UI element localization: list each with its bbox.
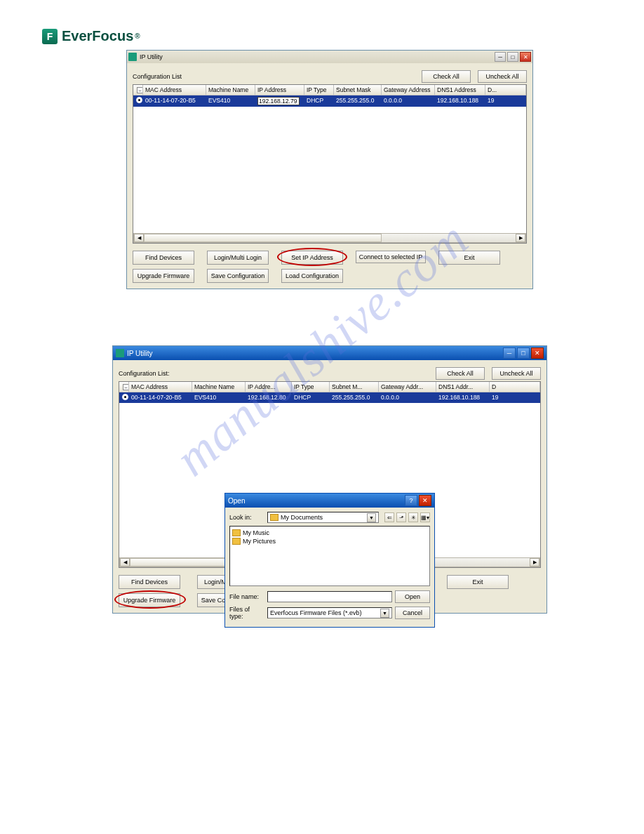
col-subnet[interactable]: Subnet M... <box>330 382 379 392</box>
look-in-select[interactable]: My Documents ▼ <box>267 512 379 523</box>
col-d[interactable]: D <box>490 382 540 392</box>
scroll-left-icon[interactable]: ◀ <box>120 558 130 567</box>
cell-gateway: 0.0.0.0 <box>379 392 436 403</box>
save-config-button[interactable]: Save Configuration <box>207 269 269 283</box>
files-type-select[interactable]: Everfocus Firmware Files (*.evb) ▼ <box>267 607 392 618</box>
device-table: – MAC Address Machine Name IP Address IP… <box>133 84 527 244</box>
ip-address-input[interactable] <box>257 97 300 105</box>
cell-dns1: 192.168.10.188 <box>436 392 490 403</box>
look-in-value: My Documents <box>281 514 323 521</box>
row-select-radio[interactable] <box>136 97 142 103</box>
look-in-label: Look in: <box>229 514 264 521</box>
app-icon <box>116 349 124 357</box>
close-button[interactable]: ✕ <box>419 495 431 506</box>
set-ip-button[interactable]: Set IP Address <box>281 251 343 265</box>
list-item[interactable]: My Music <box>232 529 427 537</box>
folder-icon <box>232 529 241 536</box>
minimize-button[interactable]: ─ <box>503 348 516 359</box>
brand-text: EverFocus <box>62 28 133 44</box>
new-folder-icon[interactable]: ✳ <box>408 512 418 522</box>
cancel-button[interactable]: Cancel <box>395 607 430 619</box>
open-button[interactable]: Open <box>395 590 430 603</box>
col-dns1[interactable]: DNS1 Addr... <box>436 382 490 392</box>
col-mac[interactable]: MAC Address <box>143 85 206 95</box>
cell-gateway: 0.0.0.0 <box>382 95 435 107</box>
table-empty-area <box>133 107 526 233</box>
folder-icon <box>270 514 279 521</box>
open-file-dialog: Open ? ✕ Look in: My Documents ▼ ⇐ ⬏ ✳ ▦… <box>224 493 435 628</box>
table-header: – MAC Address Machine Name IP Addre... I… <box>119 382 540 392</box>
file-name-label: File name: <box>229 593 264 600</box>
col-ip[interactable]: IP Address <box>255 85 304 95</box>
col-iptype[interactable]: IP Type <box>292 382 330 392</box>
titlebar: IP Utility ─ □ ✕ <box>113 346 546 360</box>
scroll-right-icon[interactable]: ▶ <box>530 558 539 567</box>
files-type-label: Files of type: <box>229 606 264 620</box>
file-list[interactable]: My Music My Pictures <box>229 526 430 586</box>
back-icon[interactable]: ⇐ <box>384 512 394 522</box>
check-all-button[interactable]: Check All <box>436 367 485 380</box>
cell-d: 19 <box>485 95 526 107</box>
exit-button[interactable]: Exit <box>447 575 509 589</box>
scroll-thumb[interactable] <box>144 234 382 242</box>
find-devices-button[interactable]: Find Devices <box>133 251 194 265</box>
scroll-left-icon[interactable]: ◀ <box>134 234 144 242</box>
col-machine[interactable]: Machine Name <box>192 382 246 392</box>
config-list-label: Configuration List <box>133 73 182 80</box>
cell-machine: EVS410 <box>206 95 255 107</box>
table-header: – MAC Address Machine Name IP Address IP… <box>133 85 526 95</box>
window-title: IP Utility <box>127 350 153 357</box>
dropdown-icon[interactable]: ▼ <box>380 609 389 618</box>
maximize-button[interactable]: □ <box>517 348 530 359</box>
app-icon <box>128 53 137 61</box>
scroll-right-icon[interactable]: ▶ <box>516 234 525 242</box>
exit-button[interactable]: Exit <box>438 251 500 265</box>
list-item[interactable]: My Pictures <box>232 537 427 545</box>
horizontal-scrollbar[interactable]: ◀ ▶ <box>133 233 526 243</box>
col-dns1[interactable]: DNS1 Address <box>435 85 485 95</box>
uncheck-all-button[interactable]: Uncheck All <box>492 367 541 380</box>
cell-iptype: DHCP <box>292 392 330 403</box>
upgrade-firmware-button[interactable]: Upgrade Firmware <box>119 593 180 607</box>
cell-mac: 00-11-14-07-20-B5 <box>129 392 192 403</box>
expand-icon[interactable]: – <box>123 384 129 390</box>
find-devices-button[interactable]: Find Devices <box>119 575 180 589</box>
upgrade-firmware-button[interactable]: Upgrade Firmware <box>133 269 194 283</box>
registered-mark: ® <box>135 32 140 40</box>
dialog-title: Open <box>228 497 245 505</box>
col-ip[interactable]: IP Addre... <box>246 382 292 392</box>
ip-utility-window-1: IP Utility ─ □ ✕ Configuration List Chec… <box>126 50 533 289</box>
dialog-titlebar: Open ? ✕ <box>225 494 434 508</box>
load-config-button[interactable]: Load Configuration <box>281 269 343 283</box>
table-row[interactable]: 00-11-14-07-20-B5 EVS410 DHCP 255.255.25… <box>133 95 526 107</box>
files-type-value: Everfocus Firmware Files (*.evb) <box>270 609 362 616</box>
check-all-button[interactable]: Check All <box>422 70 471 83</box>
login-button[interactable]: Login/Multi Login <box>207 251 269 265</box>
cell-d: 19 <box>490 392 540 403</box>
table-row[interactable]: 00-11-14-07-20-B5 EVS410 192.168.12.80 D… <box>119 392 540 403</box>
expand-icon[interactable]: – <box>137 87 143 93</box>
dropdown-icon[interactable]: ▼ <box>367 513 376 522</box>
col-d[interactable]: D... <box>485 85 526 95</box>
row-select-radio[interactable] <box>122 394 128 400</box>
view-menu-icon[interactable]: ▦▾ <box>420 512 430 522</box>
col-gateway[interactable]: Gateway Address <box>382 85 435 95</box>
col-mac[interactable]: MAC Address <box>129 382 192 392</box>
close-button[interactable]: ✕ <box>520 52 531 62</box>
maximize-button[interactable]: □ <box>507 52 518 62</box>
cell-mac: 00-11-14-07-20-B5 <box>143 95 206 107</box>
col-gateway[interactable]: Gateway Addr... <box>379 382 436 392</box>
window-title: IP Utility <box>140 53 163 60</box>
col-iptype[interactable]: IP Type <box>304 85 334 95</box>
close-button[interactable]: ✕ <box>531 348 544 359</box>
uncheck-all-button[interactable]: Uncheck All <box>478 70 527 83</box>
file-name-input[interactable] <box>267 591 392 602</box>
minimize-button[interactable]: ─ <box>495 52 506 62</box>
titlebar: IP Utility ─ □ ✕ <box>127 51 532 63</box>
up-folder-icon[interactable]: ⬏ <box>396 512 406 522</box>
col-subnet[interactable]: Subnet Mask <box>334 85 382 95</box>
connect-button[interactable]: Connect to selected IP <box>356 251 426 263</box>
help-button[interactable]: ? <box>405 495 417 506</box>
col-machine[interactable]: Machine Name <box>206 85 255 95</box>
cell-subnet: 255.255.255.0 <box>334 95 382 107</box>
